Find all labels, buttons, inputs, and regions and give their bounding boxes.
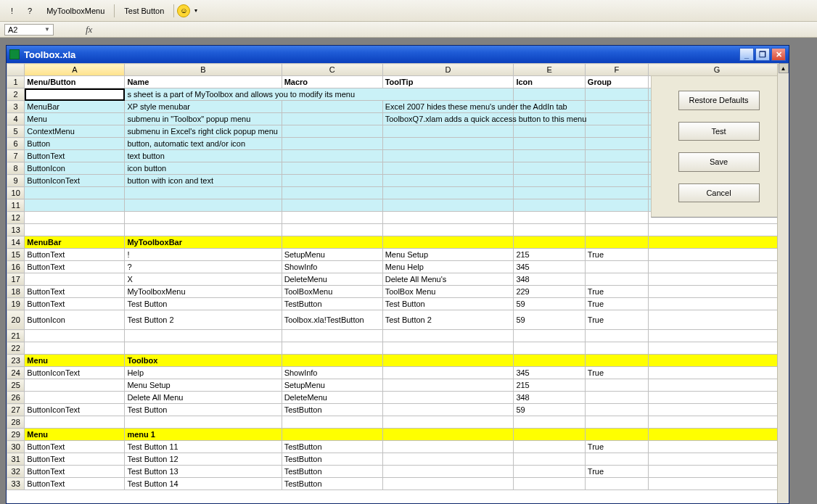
cell-D7[interactable] (382, 150, 514, 162)
cell-D12[interactable] (382, 212, 514, 224)
cell-C30[interactable]: TestButton (282, 441, 382, 453)
cell-G27[interactable] (649, 404, 777, 416)
cell-B9[interactable]: button with icon and text (125, 175, 282, 187)
row-header-7[interactable]: 7 (7, 150, 25, 162)
cell-E30[interactable] (514, 441, 585, 453)
cell-E10[interactable] (514, 187, 585, 199)
cell-G26[interactable] (649, 392, 777, 404)
cell-A9[interactable]: ButtonIconText (25, 175, 125, 187)
cell-D1[interactable]: ToolTip (382, 76, 514, 88)
cell-F1[interactable]: Group (585, 76, 648, 88)
cell-A21[interactable] (25, 330, 125, 342)
cell-G33[interactable] (649, 478, 777, 490)
row-header-9[interactable]: 9 (7, 175, 25, 187)
cell-C27[interactable]: TestButton (282, 404, 382, 416)
cell-A32[interactable]: ButtonText (25, 466, 125, 478)
cell-G21[interactable] (649, 330, 777, 342)
cell-D17[interactable]: Delete All Menu's (382, 273, 514, 286)
cell-C23[interactable] (282, 355, 382, 367)
cell-E23[interactable] (514, 355, 585, 367)
cell-A31[interactable]: ButtonText (25, 453, 125, 466)
cell-B8[interactable]: icon button (125, 162, 282, 175)
cell-A3[interactable]: MenuBar (25, 101, 125, 113)
cell-B28[interactable] (125, 416, 282, 429)
cell-B15[interactable]: ! (125, 249, 282, 261)
worksheet-grid[interactable]: ABCDEFG1Menu/ButtonNameMacroToolTipIconG… (7, 63, 777, 503)
cell-B5[interactable]: submenu in Excel's right click popup men… (125, 125, 282, 138)
row-header-28[interactable]: 28 (7, 416, 25, 429)
row-header-23[interactable]: 23 (7, 355, 25, 367)
cell-B7[interactable]: text button (125, 150, 282, 162)
row-header-32[interactable]: 32 (7, 466, 25, 478)
cell-A28[interactable] (25, 416, 125, 429)
cell-B31[interactable]: Test Button 12 (125, 453, 282, 466)
toolbar-btn-mytoolbox[interactable]: MyToolboxMenu (40, 4, 111, 18)
row-header-14[interactable]: 14 (7, 236, 25, 249)
cell-D30[interactable] (382, 441, 514, 453)
cell-C29[interactable] (282, 429, 382, 441)
cell-F33[interactable] (585, 478, 648, 490)
cell-E19[interactable]: 59 (514, 298, 585, 310)
cell-G22[interactable] (649, 342, 777, 355)
cell-A33[interactable]: ButtonText (25, 478, 125, 490)
cell-A1[interactable]: Menu/Button (25, 76, 125, 88)
cell-E32[interactable] (514, 466, 585, 478)
row-header-27[interactable]: 27 (7, 404, 25, 416)
cell-F32[interactable]: True (585, 466, 648, 478)
toolbar-btn-excl[interactable]: ! (4, 4, 20, 18)
cell-B13[interactable] (125, 224, 282, 236)
cell-D26[interactable] (382, 392, 514, 404)
cell-C8[interactable] (282, 162, 382, 175)
cell-G29[interactable] (649, 429, 777, 441)
row-header-3[interactable]: 3 (7, 101, 25, 113)
cell-G24[interactable] (649, 367, 777, 379)
cell-C17[interactable]: DeleteMenu (282, 273, 382, 286)
cell-B2[interactable]: s sheet is a part of MyToolbox and allow… (125, 88, 514, 101)
row-header-22[interactable]: 22 (7, 342, 25, 355)
cancel-button[interactable]: Cancel (678, 183, 760, 203)
close-button[interactable]: ✕ (771, 48, 786, 61)
cell-A20[interactable]: ButtonIcon (25, 310, 125, 330)
cell-F19[interactable]: True (585, 298, 648, 310)
cell-D20[interactable]: Test Button 2 (382, 310, 514, 330)
cell-G18[interactable] (649, 286, 777, 298)
cell-B26[interactable]: Delete All Menu (125, 392, 282, 404)
cell-F11[interactable] (585, 199, 648, 212)
cell-A14[interactable]: MenuBar (25, 236, 125, 249)
cell-F6[interactable] (585, 138, 648, 150)
maximize-button[interactable]: ❐ (755, 48, 770, 61)
cell-C11[interactable] (282, 199, 382, 212)
cell-C14[interactable] (282, 236, 382, 249)
cell-E15[interactable]: 215 (514, 249, 585, 261)
cell-A2[interactable]: ▾ (25, 88, 125, 101)
cell-C20[interactable]: Toolbox.xla!TestButton (282, 310, 382, 330)
cell-B27[interactable]: Test Button (125, 404, 282, 416)
cell-E21[interactable] (514, 330, 585, 342)
cell-C12[interactable] (282, 212, 382, 224)
cell-B24[interactable]: Help (125, 367, 282, 379)
cell-F31[interactable] (585, 453, 648, 466)
cell-A10[interactable] (25, 187, 125, 199)
cell-C22[interactable] (282, 342, 382, 355)
row-header-29[interactable]: 29 (7, 429, 25, 441)
cell-C24[interactable]: ShowInfo (282, 367, 382, 379)
cell-B19[interactable]: Test Button (125, 298, 282, 310)
row-header-17[interactable]: 17 (7, 273, 25, 286)
cell-F23[interactable] (585, 355, 648, 367)
cell-G23[interactable] (649, 355, 777, 367)
cell-G14[interactable] (649, 236, 777, 249)
cell-F22[interactable] (585, 342, 648, 355)
cell-D25[interactable] (382, 379, 514, 392)
cell-A16[interactable]: ButtonText (25, 261, 125, 273)
cell-D16[interactable]: Menu Help (382, 261, 514, 273)
cell-B25[interactable]: Menu Setup (125, 379, 282, 392)
cell-B17[interactable]: X (125, 273, 282, 286)
cell-B22[interactable] (125, 342, 282, 355)
cell-F25[interactable] (585, 379, 648, 392)
row-header-11[interactable]: 11 (7, 199, 25, 212)
cell-D8[interactable] (382, 162, 514, 175)
test-button[interactable]: Test (678, 122, 760, 141)
cell-F16[interactable] (585, 261, 648, 273)
cell-E24[interactable]: 345 (514, 367, 585, 379)
col-header-C[interactable]: C (282, 64, 382, 76)
